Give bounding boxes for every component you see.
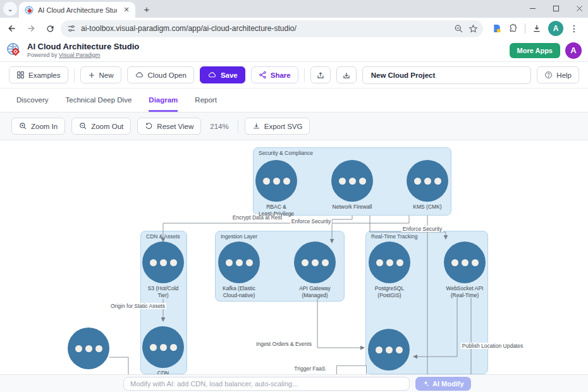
node-network-firewall[interactable] bbox=[331, 160, 373, 202]
browser-tab[interactable]: AI Cloud Architecture Studio ✕ bbox=[19, 2, 135, 18]
more-apps-button[interactable]: More Apps bbox=[510, 43, 560, 58]
node-circle[interactable] bbox=[218, 242, 260, 283]
node-bottom-node[interactable] bbox=[368, 329, 410, 371]
node-circle[interactable] bbox=[68, 328, 109, 369]
import-button[interactable] bbox=[310, 66, 331, 83]
ai-modify-bar: AI Modify bbox=[0, 374, 588, 392]
ellipsis-dot bbox=[376, 346, 383, 353]
node-kafka[interactable] bbox=[218, 242, 260, 283]
ellipsis-dot bbox=[273, 178, 280, 185]
divider bbox=[525, 23, 525, 34]
node-kms[interactable] bbox=[407, 160, 448, 202]
zoom-indicator-icon[interactable] bbox=[454, 24, 463, 34]
new-button[interactable]: New bbox=[80, 66, 121, 83]
reading-mode-icon[interactable] bbox=[492, 23, 502, 34]
new-tab-button[interactable]: + bbox=[139, 1, 154, 16]
browser-tab-strip: ⌄ AI Cloud Architecture Studio ✕ + bbox=[0, 0, 588, 18]
tab-report[interactable]: Report bbox=[195, 89, 217, 112]
ellipsis-dot bbox=[302, 259, 309, 266]
ellipsis-dot bbox=[170, 259, 177, 266]
node-s3[interactable] bbox=[142, 242, 184, 283]
ellipsis-dot bbox=[75, 345, 82, 352]
chrome-menu-kebab-icon[interactable]: ⋮ bbox=[570, 23, 579, 34]
node-left-node[interactable] bbox=[68, 328, 109, 369]
tab-search-chevron-icon[interactable]: ⌄ bbox=[3, 2, 17, 16]
node-websocket[interactable] bbox=[444, 242, 486, 283]
forward-icon[interactable] bbox=[23, 20, 39, 37]
ellipsis-dot bbox=[339, 178, 346, 185]
tab-discovery[interactable]: Discovery bbox=[16, 89, 48, 112]
diagram-canvas[interactable]: Security & ComplianceCDN & AssetsIngesti… bbox=[0, 140, 588, 374]
node-circle[interactable] bbox=[407, 160, 448, 202]
node-cdn[interactable] bbox=[142, 326, 184, 368]
node-circle[interactable] bbox=[255, 160, 297, 202]
browser-address-bar: ai-toolbox.visual-paradigm.com/app/ai-cl… bbox=[0, 18, 588, 39]
app-user-avatar[interactable]: A bbox=[565, 42, 582, 59]
node-rbac[interactable] bbox=[255, 160, 297, 202]
back-icon[interactable] bbox=[4, 20, 20, 37]
visual-paradigm-link[interactable]: Visual Paradigm bbox=[59, 52, 100, 58]
ellipsis-dot bbox=[359, 178, 366, 185]
zoom-in-button[interactable]: Zoom In bbox=[11, 118, 65, 135]
maximize-icon[interactable] bbox=[553, 5, 560, 12]
ellipsis-dot bbox=[396, 346, 403, 353]
ai-prompt-input[interactable] bbox=[123, 377, 410, 391]
node-label: RBAC & Least-Privilege bbox=[242, 204, 311, 217]
ellipsis-dot bbox=[263, 178, 270, 185]
divider bbox=[304, 68, 305, 82]
diagram-toolbar: Zoom In Zoom Out Reset View 214% Export … bbox=[0, 113, 588, 140]
ellipsis-dot bbox=[246, 259, 253, 266]
divider bbox=[238, 119, 238, 133]
favicon bbox=[25, 6, 34, 15]
download-icon bbox=[342, 71, 351, 80]
browser-profile-avatar[interactable]: A bbox=[548, 21, 563, 36]
project-name-input[interactable] bbox=[362, 66, 532, 84]
share-button[interactable]: Share bbox=[251, 66, 298, 83]
node-circle[interactable] bbox=[444, 242, 486, 283]
tab-close-icon[interactable]: ✕ bbox=[121, 5, 132, 15]
cloud-icon bbox=[135, 71, 144, 79]
ellipsis-dot bbox=[160, 344, 167, 351]
tab-diagram[interactable]: Diagram bbox=[149, 89, 178, 112]
ellipsis-dot bbox=[424, 178, 431, 185]
extensions-puzzle-icon[interactable] bbox=[508, 23, 518, 34]
help-button[interactable]: Help bbox=[537, 66, 579, 83]
node-circle[interactable] bbox=[368, 329, 410, 371]
ellipsis-dot bbox=[95, 345, 102, 352]
node-circle[interactable] bbox=[294, 242, 336, 283]
tab-title: AI Cloud Architecture Studio bbox=[38, 6, 117, 14]
close-icon[interactable] bbox=[576, 5, 583, 12]
node-label: PostgreSQL (PostGIS) bbox=[355, 285, 424, 298]
node-circle[interactable] bbox=[369, 242, 410, 283]
node-label: API Gateway (Managed) bbox=[280, 285, 350, 298]
node-postgresql[interactable] bbox=[369, 242, 410, 283]
site-settings-icon[interactable] bbox=[67, 24, 76, 33]
share-icon bbox=[259, 71, 267, 79]
app-title-block: AI Cloud Architecture Studio Powered by … bbox=[27, 42, 139, 58]
grid-icon bbox=[16, 71, 25, 79]
bookmark-star-icon[interactable] bbox=[469, 24, 478, 34]
node-api-gateway[interactable] bbox=[294, 242, 336, 283]
node-circle[interactable] bbox=[142, 242, 184, 283]
minimize-icon[interactable] bbox=[529, 5, 536, 12]
reset-view-button[interactable]: Reset View bbox=[137, 118, 201, 135]
node-label: Kafka (Elastic Cloud-native) bbox=[204, 285, 274, 298]
reload-icon[interactable] bbox=[42, 20, 58, 37]
cloud-open-button[interactable]: Cloud Open bbox=[127, 66, 194, 83]
node-circle[interactable] bbox=[142, 326, 184, 368]
edge-label: Origin for Static Assets bbox=[109, 303, 166, 309]
url-text: ai-toolbox.visual-paradigm.com/app/ai-cl… bbox=[81, 24, 449, 33]
omnibox[interactable]: ai-toolbox.visual-paradigm.com/app/ai-cl… bbox=[61, 20, 483, 37]
ellipsis-dot bbox=[150, 344, 157, 351]
app-header: AI Cloud Architecture Studio Powered by … bbox=[0, 39, 588, 62]
node-circle[interactable] bbox=[331, 160, 373, 202]
download-button[interactable] bbox=[336, 66, 357, 83]
ai-modify-button[interactable]: AI Modify bbox=[415, 377, 471, 391]
downloads-icon[interactable] bbox=[532, 23, 542, 34]
tab-technical-deep-dive[interactable]: Technical Deep Dive bbox=[65, 89, 132, 112]
save-button[interactable]: Save bbox=[200, 66, 245, 83]
examples-button[interactable]: Examples bbox=[9, 66, 68, 83]
export-svg-button[interactable]: Export SVG bbox=[245, 118, 310, 135]
zoom-out-button[interactable]: Zoom Out bbox=[71, 118, 131, 135]
browser-actions: A ⋮ bbox=[492, 21, 579, 36]
